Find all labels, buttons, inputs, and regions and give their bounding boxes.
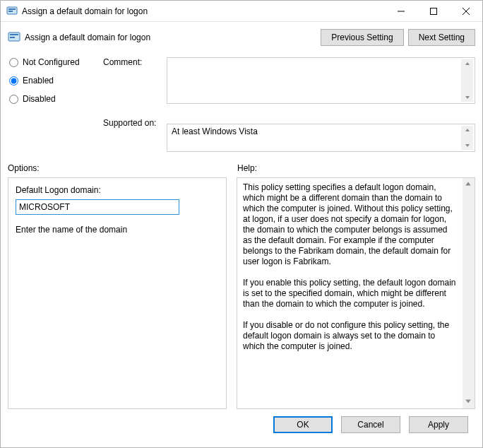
radio-disabled-label: Disabled xyxy=(23,94,56,104)
supported-on-field: At least Windows Vista xyxy=(167,124,475,151)
header-row: Assign a default domain for logon Previo… xyxy=(8,29,475,46)
close-button[interactable] xyxy=(450,1,482,22)
help-paragraph: If you enable this policy setting, the d… xyxy=(243,278,457,310)
state-comment-row: Not Configured Enabled Disabled Comment: xyxy=(8,57,475,112)
scroll-down-icon[interactable] xyxy=(463,93,472,102)
comment-field[interactable] xyxy=(167,58,475,103)
help-label: Help: xyxy=(237,163,475,173)
svg-rect-8 xyxy=(10,34,18,35)
scroll-down-icon[interactable] xyxy=(465,397,472,407)
radio-enabled-label: Enabled xyxy=(23,76,54,86)
policy-icon xyxy=(8,31,20,44)
options-panel: Default Logon domain: Enter the name of … xyxy=(8,177,227,409)
next-setting-button[interactable]: Next Setting xyxy=(408,29,475,46)
section-labels: Options: Help: xyxy=(8,163,475,173)
svg-rect-4 xyxy=(431,8,437,14)
help-text: This policy setting specifies a default … xyxy=(237,178,463,408)
scroll-up-icon[interactable] xyxy=(465,179,472,189)
default-logon-domain-input[interactable] xyxy=(16,199,179,215)
dialog-footer: OK Cancel Apply xyxy=(8,409,475,440)
previous-setting-button[interactable]: Previous Setting xyxy=(321,29,403,46)
apply-button[interactable]: Apply xyxy=(409,416,468,433)
supported-on-row: Supported on: At least Windows Vista xyxy=(8,118,475,152)
cancel-button[interactable]: Cancel xyxy=(341,416,400,433)
default-logon-domain-desc: Enter the name of the domain xyxy=(16,225,219,235)
svg-rect-1 xyxy=(8,8,16,10)
state-radio-group: Not Configured Enabled Disabled xyxy=(8,57,103,112)
group-policy-setting-window: Assign a default domain for logon Assign… xyxy=(0,0,483,448)
radio-enabled[interactable]: Enabled xyxy=(9,76,103,86)
radio-not-configured-label: Not Configured xyxy=(23,57,80,67)
content-area: Assign a default domain for logon Previo… xyxy=(1,22,482,447)
maximize-button[interactable] xyxy=(417,1,450,22)
panels-row: Default Logon domain: Enter the name of … xyxy=(8,177,475,409)
scroll-down-icon[interactable] xyxy=(463,141,472,150)
ok-button[interactable]: OK xyxy=(273,416,333,433)
help-scrollbar[interactable] xyxy=(463,178,475,408)
comment-label: Comment: xyxy=(103,57,167,71)
radio-disabled[interactable]: Disabled xyxy=(9,94,103,104)
radio-disabled-input[interactable] xyxy=(9,95,18,104)
radio-enabled-input[interactable] xyxy=(9,76,18,86)
help-paragraph: This policy setting specifies a default … xyxy=(243,182,457,267)
radio-not-configured[interactable]: Not Configured xyxy=(9,57,103,67)
help-panel: This policy setting specifies a default … xyxy=(237,177,475,409)
svg-rect-2 xyxy=(8,11,13,12)
titlebar: Assign a default domain for logon xyxy=(1,1,482,22)
minimize-button[interactable] xyxy=(385,1,417,22)
supported-on-field-wrap: At least Windows Vista xyxy=(167,124,475,152)
comment-field-wrap xyxy=(167,57,475,104)
options-label: Options: xyxy=(8,163,237,173)
default-logon-domain-label: Default Logon domain: xyxy=(16,185,219,195)
scroll-up-icon[interactable] xyxy=(463,59,472,68)
radio-not-configured-input[interactable] xyxy=(9,58,18,67)
app-icon xyxy=(6,6,18,17)
help-paragraph: If you disable or do not configure this … xyxy=(243,320,457,352)
scroll-up-icon[interactable] xyxy=(463,126,472,134)
supported-on-label: Supported on: xyxy=(103,118,167,132)
window-title: Assign a default domain for logon xyxy=(22,6,148,16)
policy-title: Assign a default domain for logon xyxy=(25,33,150,42)
svg-rect-9 xyxy=(10,37,15,38)
